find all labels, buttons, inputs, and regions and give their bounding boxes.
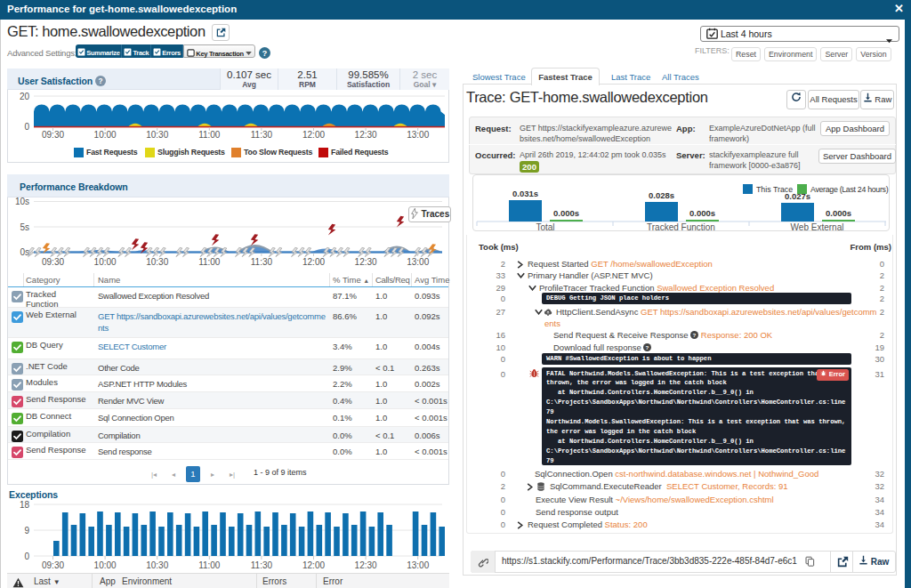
svg-text:20: 20 xyxy=(20,92,30,101)
svg-text:12:00: 12:00 xyxy=(302,560,325,570)
svg-text:12:30: 12:30 xyxy=(355,130,377,140)
svg-text:18: 18 xyxy=(20,500,30,510)
svg-text:11:30: 11:30 xyxy=(251,257,273,267)
svg-text:11:30: 11:30 xyxy=(251,560,273,570)
svg-text:10s: 10s xyxy=(15,197,29,206)
svg-text:?: ? xyxy=(693,332,697,338)
svg-text:10:30: 10:30 xyxy=(146,257,168,267)
svg-text:10:30: 10:30 xyxy=(146,130,168,140)
svg-text:13:00: 13:00 xyxy=(407,257,429,267)
svg-text:12:30: 12:30 xyxy=(355,257,377,267)
svg-text:09:30: 09:30 xyxy=(42,130,64,140)
svg-text:0.028s: 0.028s xyxy=(649,190,674,200)
svg-text:0.027s: 0.027s xyxy=(785,191,810,201)
svg-text:0.031s: 0.031s xyxy=(512,189,538,198)
svg-text:09:30: 09:30 xyxy=(42,560,64,570)
svg-text:11:00: 11:00 xyxy=(198,560,221,570)
svg-text:11:30: 11:30 xyxy=(251,130,273,140)
svg-text:11:00: 11:00 xyxy=(198,130,221,140)
svg-text:Tracked Function: Tracked Function xyxy=(647,222,715,232)
svg-text:0s: 0s xyxy=(20,247,29,257)
svg-text:11:00: 11:00 xyxy=(198,257,221,267)
svg-text:0: 0 xyxy=(24,122,29,132)
svg-text:9: 9 xyxy=(24,526,29,536)
svg-text:0.000s: 0.000s xyxy=(553,208,579,218)
svg-text:10:00: 10:00 xyxy=(94,130,117,140)
svg-text:12:00: 12:00 xyxy=(302,257,325,267)
svg-text:12:00: 12:00 xyxy=(302,130,325,140)
svg-text:Web External: Web External xyxy=(791,222,844,232)
svg-text:?: ? xyxy=(646,344,649,350)
svg-text:0.000s: 0.000s xyxy=(826,208,851,218)
svg-text:09:30: 09:30 xyxy=(42,257,64,267)
svg-text:5s: 5s xyxy=(20,222,29,232)
svg-text:Average (Last 24 hours): Average (Last 24 hours) xyxy=(810,185,889,194)
svg-text:12:30: 12:30 xyxy=(355,560,377,570)
svg-text:10:00: 10:00 xyxy=(94,257,117,267)
svg-text:0.000s: 0.000s xyxy=(689,208,715,218)
svg-text:13:00: 13:00 xyxy=(407,130,429,140)
svg-text:?: ? xyxy=(98,77,102,85)
svg-text:?: ? xyxy=(262,49,267,58)
svg-text:10:00: 10:00 xyxy=(94,560,117,570)
svg-text:0: 0 xyxy=(24,552,29,561)
svg-text:10:30: 10:30 xyxy=(146,560,168,570)
svg-text:13:00: 13:00 xyxy=(407,560,429,570)
svg-text:Total: Total xyxy=(536,222,554,232)
